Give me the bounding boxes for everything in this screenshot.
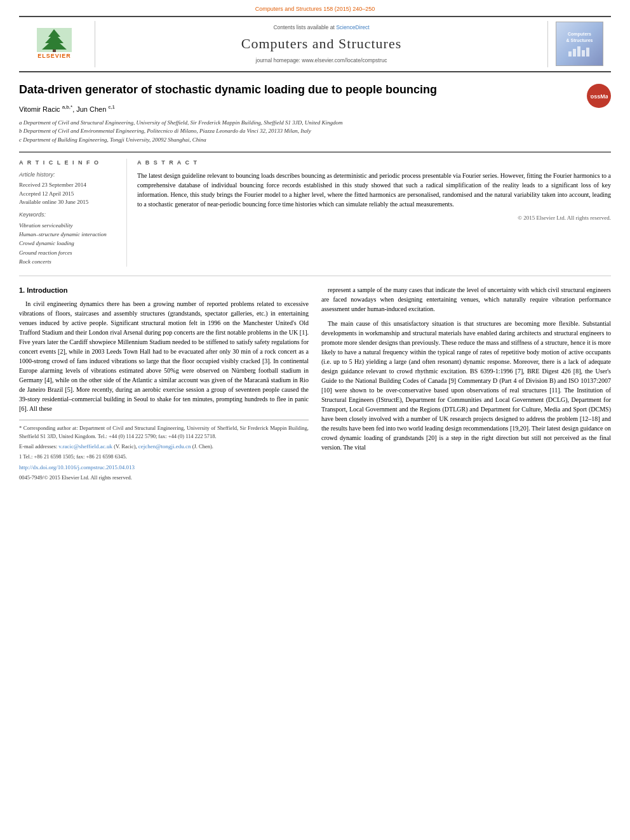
email1-name: (V. Racic), <box>114 443 137 450</box>
received-date: Received 23 September 2014 <box>19 181 119 190</box>
journal-banner: ELSEVIER Contents lists available at Sci… <box>19 16 611 72</box>
svg-rect-5 <box>577 46 580 57</box>
sciencedirect-link[interactable]: ScienceDirect <box>336 24 369 30</box>
svg-rect-7 <box>586 48 589 57</box>
keywords-list: Vibration serviceability Human–structure… <box>19 221 119 267</box>
journal-chart-icon <box>567 44 593 57</box>
corresponding-author-note: * Corresponding author at: Department of… <box>19 424 309 441</box>
intro-para3: The main cause of this unsatisfactory si… <box>321 319 611 452</box>
journal-ref: Computers and Structures 158 (2015) 240–… <box>255 6 375 12</box>
article-title-block: CrossMark Data-driven generator of stoch… <box>19 83 611 97</box>
article-dates: Received 23 September 2014 Accepted 12 A… <box>19 181 119 207</box>
abstract-col: A B S T R A C T The latest design guidel… <box>137 159 611 267</box>
section-divider <box>19 276 611 276</box>
banner-right: Computers & Structures <box>547 21 611 67</box>
issn-line: 0045-7949/© 2015 Elsevier Ltd. All right… <box>19 474 309 482</box>
journal-thumbnail: Computers & Structures <box>556 22 603 66</box>
journal-header: Computers and Structures 158 (2015) 240–… <box>0 0 630 16</box>
email2-link[interactable]: cejchen@tongji.edu.cn <box>138 443 191 450</box>
keyword-4: Ground reaction forces <box>19 248 119 257</box>
abstract-header: A B S T R A C T <box>137 159 611 167</box>
thumb-line1: Computers <box>568 31 591 37</box>
banner-center: Contents lists available at ScienceDirec… <box>95 21 547 67</box>
accepted-date: Accepted 12 April 2015 <box>19 190 119 199</box>
elsevier-logo: ELSEVIER <box>26 27 83 62</box>
keywords-label: Keywords: <box>19 211 119 219</box>
body-columns: 1. Introduction In civil engineering dyn… <box>19 285 611 484</box>
keyword-2: Human–structure dynamic interaction <box>19 230 119 239</box>
intro-para2: represent a sample of the many cases tha… <box>321 285 611 314</box>
intro-title: 1. Introduction <box>19 285 309 296</box>
crossmark-badge: CrossMark <box>587 84 611 108</box>
crossmark-icon: CrossMark <box>590 87 608 105</box>
article-info-header: A R T I C L E I N F O <box>19 159 119 167</box>
affiliation-c: c Department of Building Engineering, To… <box>19 136 611 145</box>
doi-line: http://dx.doi.org/10.1016/j.compstruc.20… <box>19 463 309 472</box>
article-info-col: A R T I C L E I N F O Article history: R… <box>19 159 127 267</box>
body-left-col: 1. Introduction In civil engineering dyn… <box>19 285 309 484</box>
affiliation-a: a Department of Civil and Structural Eng… <box>19 119 611 128</box>
homepage-line: journal homepage: www.elsevier.com/locat… <box>102 57 541 64</box>
authors-line: Vitomir Racic a,b,*, Jun Chen c,1 <box>19 103 611 115</box>
article-title: Data-driven generator of stochastic dyna… <box>19 83 611 97</box>
affiliation-b: b Department of Civil and Environmental … <box>19 127 611 136</box>
body-right-col: represent a sample of the many cases tha… <box>321 285 611 484</box>
email-note: E-mail addresses: v.racic@sheffield.ac.u… <box>19 443 309 451</box>
svg-text:CrossMark: CrossMark <box>590 93 608 100</box>
abstract-text: The latest design guideline relevant to … <box>137 171 611 209</box>
keyword-1: Vibration serviceability <box>19 221 119 230</box>
footnotes: * Corresponding author at: Department of… <box>19 420 309 482</box>
contents-line: Contents lists available at ScienceDirec… <box>102 23 541 31</box>
keyword-3: Crowd dynamic loading <box>19 239 119 248</box>
svg-rect-4 <box>573 49 576 57</box>
affiliations: a Department of Civil and Structural Eng… <box>19 119 611 145</box>
journal-title-banner: Computers and Structures <box>102 34 541 54</box>
banner-left: ELSEVIER <box>19 21 95 67</box>
email2-name: (J. Chen). <box>192 443 213 450</box>
section-num: 1. <box>19 286 25 294</box>
elsevier-text: ELSEVIER <box>37 52 71 60</box>
svg-rect-6 <box>582 50 585 57</box>
available-date: Available online 30 June 2015 <box>19 198 119 207</box>
keyword-5: Rock concerts <box>19 257 119 266</box>
svg-rect-3 <box>568 51 572 57</box>
thumb-line2: & Structures <box>566 37 593 44</box>
crossmark: CrossMark <box>587 84 611 108</box>
section-title-label: Introduction <box>27 286 67 294</box>
info-abstract-block: A R T I C L E I N F O Article history: R… <box>19 152 611 267</box>
copyright: © 2015 Elsevier Ltd. All rights reserved… <box>137 214 611 222</box>
article-history-label: Article history: <box>19 171 119 179</box>
footnote1: 1 Tel.: +86 21 6598 1505; fax: +86 21 65… <box>19 453 309 461</box>
doi-link[interactable]: http://dx.doi.org/10.1016/j.compstruc.20… <box>19 464 135 470</box>
email1-link[interactable]: v.racic@sheffield.ac.uk <box>58 443 112 450</box>
elsevier-tree-icon <box>37 28 72 52</box>
email-label: E-mail addresses: <box>19 443 57 450</box>
main-content: CrossMark Data-driven generator of stoch… <box>0 72 630 497</box>
intro-para1: In civil engineering dynamics there has … <box>19 299 309 413</box>
